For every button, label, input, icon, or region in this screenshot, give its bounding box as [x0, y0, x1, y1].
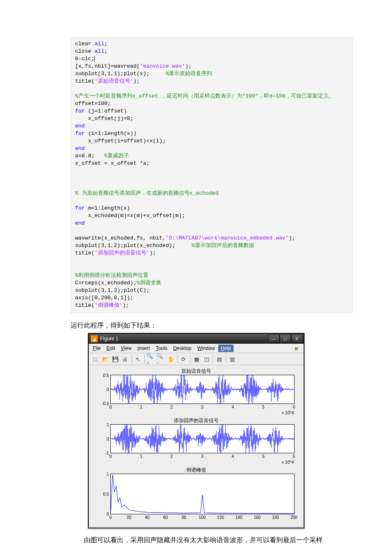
xtick: 180 [272, 515, 279, 520]
text-cursor [94, 56, 95, 62]
save-icon[interactable]: 💾 [110, 354, 120, 364]
xtick: 80 [182, 515, 186, 520]
zoom-in-icon[interactable]: 🔍₊ [146, 354, 156, 364]
matlab-app-icon: ◢ [90, 335, 98, 342]
caption-run-results: 运行此程序，得到如下结果： [71, 320, 353, 330]
xtick: 4 [231, 454, 234, 459]
subplot-2: 添加回声的语音信号 1 0 -1 0 1 2 3 4 5 6 x 10^4 [93, 417, 299, 465]
xtick: 0 [110, 405, 112, 409]
xtick: 2 [170, 454, 173, 459]
subplot-2-axes[interactable]: 1 0 -1 0 1 2 3 4 5 6 x 10^4 [110, 424, 295, 453]
colorbar-icon[interactable]: ◫ [202, 354, 212, 364]
xtick: 5 [262, 454, 265, 459]
waveform-2 [111, 425, 294, 453]
subplot-1-axes[interactable]: 0.5 0 -0.5 0 1 2 3 4 5 6 x 10^4 [110, 375, 295, 404]
xtick: 40 [145, 515, 149, 520]
menu-file[interactable]: File [90, 345, 103, 352]
xtick: 5 [262, 405, 265, 409]
open-file-icon[interactable]: 📂 [100, 354, 110, 364]
xtick: 0 [110, 454, 112, 459]
xtick: 3 [201, 454, 204, 459]
menu-view[interactable]: View [119, 345, 134, 352]
xtick: 140 [236, 515, 243, 520]
pointer-icon[interactable]: ↖ [133, 354, 143, 364]
matlab-code-block: clear all; close all; 0-clc; [x,fs,nbit]… [71, 37, 353, 313]
window-title: Figure 1 [100, 336, 119, 342]
matlab-logo-icon: א [295, 345, 301, 352]
menu-desktop[interactable]: Desktop [170, 345, 194, 352]
xtick: 120 [217, 515, 224, 520]
xtick: 6 [293, 405, 295, 409]
menu-help[interactable]: Help [218, 345, 234, 352]
ytick: 0.5 [97, 373, 109, 378]
xtick: 0 [110, 515, 112, 520]
print-icon[interactable]: 🖨 [120, 354, 130, 364]
menu-insert[interactable]: Insert [135, 345, 152, 352]
ytick: 1 [97, 423, 109, 427]
matlab-figure-window: ◢ Figure 1 — □ X FileEditViewInsertTools… [88, 333, 304, 528]
cepstrum-plot [111, 474, 294, 514]
xtick: 160 [254, 515, 261, 520]
minimize-button[interactable]: — [268, 335, 280, 343]
xtick: 200 [290, 515, 297, 520]
ytick: -0.5 [97, 401, 109, 406]
xtick: 2 [170, 405, 173, 409]
new-file-icon[interactable]: □ [90, 354, 100, 364]
subplot-2-title: 添加回声的语音信号 [93, 417, 299, 424]
legend-icon[interactable]: ▤ [214, 354, 224, 364]
xtick: 20 [127, 515, 131, 520]
close-button[interactable]: X [291, 335, 303, 343]
subplot-3: 倒谱峰值 1 0.5 0 020406080100120140160180200 [93, 467, 299, 521]
subplot-3-title: 倒谱峰值 [93, 467, 299, 474]
maximize-button[interactable]: □ [280, 335, 291, 343]
xtick: 4 [231, 405, 234, 409]
subplot-1: 原始语音信号 0.5 0 -0.5 0 1 2 3 4 5 6 x 10^4 [93, 368, 299, 416]
figure-toolbar: □📂💾🖨↖🔍₊🔍₋✋⟳▦◫▤▥ [89, 353, 304, 365]
xtick: 1 [140, 405, 142, 409]
ytick: 0.5 [97, 492, 109, 496]
xtick: 60 [163, 515, 168, 520]
xtick: 6 [293, 454, 295, 459]
figure-menubar: FileEditViewInsertToolsDesktopWindowHelp… [89, 344, 304, 353]
conclusion-text: 由图可以看出，采用回声隐藏并没有太大影响语音波形，并可以看到最后一个采样 [71, 534, 353, 546]
x-scale-label: x 10^4 [282, 411, 294, 415]
x-scale-label: x 10^4 [282, 460, 294, 465]
datacursor-icon[interactable]: ▦ [192, 354, 202, 364]
menu-edit[interactable]: Edit [104, 345, 118, 352]
waveform-1 [111, 375, 294, 403]
subplot-icon[interactable]: ▥ [227, 354, 237, 364]
xtick: 3 [201, 405, 204, 409]
xtick: 1 [140, 454, 142, 459]
rotate3d-icon[interactable]: ⟳ [179, 354, 189, 364]
ytick: 0 [97, 387, 109, 392]
subplot-3-axes[interactable]: 1 0.5 0 020406080100120140160180200 [110, 474, 295, 514]
zoom-out-icon[interactable]: 🔍₋ [156, 354, 166, 364]
pan-icon[interactable]: ✋ [166, 354, 176, 364]
ytick: 0 [97, 512, 109, 516]
menu-tools[interactable]: Tools [153, 345, 170, 352]
ytick: -1 [97, 451, 109, 455]
ytick: 1 [97, 472, 109, 477]
window-titlebar[interactable]: ◢ Figure 1 — □ X [89, 334, 304, 344]
ytick: 0 [97, 437, 109, 441]
figure-plot-area: 原始语音信号 0.5 0 -0.5 0 1 2 3 4 5 6 x 10^4 [89, 365, 304, 528]
menu-window[interactable]: Window [195, 345, 217, 352]
subplot-1-title: 原始语音信号 [93, 368, 299, 375]
xtick: 100 [199, 515, 206, 520]
